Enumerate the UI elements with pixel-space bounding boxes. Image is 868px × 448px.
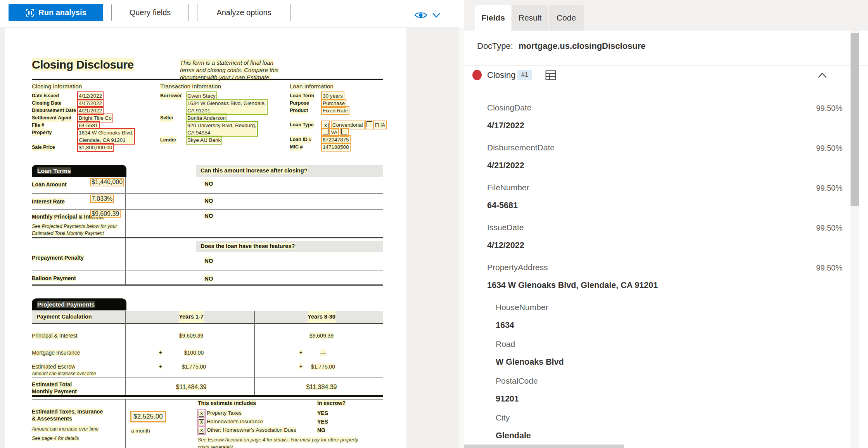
plus-sign: + [159,350,162,355]
ocr-box-loan-amount[interactable]: $1,440,000 [90,178,124,186]
interest-rate-answer: NO [204,197,213,204]
include-item: XHomeowner's Insurance [198,419,263,425]
doctype-value: mortgage.us.closingDisclosure [519,41,646,51]
ocr-box-property[interactable]: 1634 W Glenoaks Blvd,Glendale, CA 91201 [77,128,135,145]
estimated-taxes-amount: $2,525.00 [131,412,166,422]
balloon-payment-answer: NO [204,275,213,282]
doctype-row: DocType:mortgage.us.closingDisclosure [477,41,646,51]
col-divider-2 [254,311,255,396]
document-scrollbar[interactable] [459,28,464,448]
mortgage-insurance-y1: $100.00 [184,350,204,356]
escrow-answer: YES [317,419,328,425]
loan-info-column: Loan Term30 years PurposePurchase Produc… [290,92,406,151]
plus-sign: + [299,364,303,369]
ocr-box-lender[interactable]: Skye AU Bank [186,136,222,145]
monthly-pi-note2: Estimated Total Monthly Payment [32,231,104,236]
field-row-Road[interactable]: RoadW Glenoaks Blvd [496,339,842,367]
row-line [32,193,383,194]
ocr-box-fha-check[interactable] [365,121,374,129]
field-confidence: 99.50% [816,104,842,113]
escrow-answer: NO [317,427,325,433]
doc-intro: This form is a statement of final loan t… [180,59,288,81]
panel-scrollbar-thumb[interactable] [851,33,859,206]
estimated-total-y2: $11,384.39 [306,384,337,391]
occurrence-badge: #1 [517,70,532,80]
ocr-box-product[interactable]: Fixed Rate [321,106,349,115]
field-name: Road [496,339,842,349]
fields-list: ClosingDate99.50%4/17/2022DisbursementDa… [464,93,868,448]
plus-sign: + [159,364,162,369]
projected-header-band: Payment Calculation Years 1-7 Years 8-30 [32,311,383,323]
ocr-box-taxes-amount[interactable]: $2,525.00 [130,411,166,422]
row-line [32,271,383,271]
field-row-City[interactable]: CityGlendale [496,413,842,441]
visibility-eye-icon[interactable] [414,10,427,20]
field-value: 4/12/2022 [487,241,842,250]
table-icon[interactable] [545,70,556,80]
ocr-box-borrower-address[interactable]: 1634 W Glenoaks Blvd, Glendale,CA 91201 [186,99,268,115]
section-line [32,237,383,238]
panel-horizontal-scrollbar[interactable] [464,445,624,448]
chevron-down-icon[interactable] [432,12,441,18]
ocr-box-monthly-pi[interactable]: $9,609.39 [90,210,121,218]
transaction-info-column: BorrowerGwen Stacy1634 W Glenoaks Blvd, … [160,92,288,144]
loan-terms-question2: Does the loan have these features? [196,241,383,252]
ocr-box-sale-price[interactable]: $1,800,000.00 [77,143,114,152]
run-analysis-button[interactable]: Run analysis [9,4,103,21]
field-value: 4/21/2022 [487,161,842,171]
toolbar: Run analysis Query fields Analyze option… [0,0,459,28]
loan-terms-question1: Can this amount increase after closing? [196,165,383,177]
checkbox-empty-icon [341,129,347,134]
query-fields-button[interactable]: Query fields [111,4,189,21]
tab-fields[interactable]: Fields [475,5,511,31]
panel-scrollbar[interactable] [851,31,859,448]
field-row-PropertyAddress[interactable]: PropertyAddress99.50%1634 W Glenoaks Blv… [487,263,842,290]
loan-terms-tab: Loan Terms [32,165,126,177]
ocr-box-checkbox[interactable]: X [197,417,206,426]
checkbox-checked-icon: X [199,411,204,417]
field-row-DisbursementDate[interactable]: DisbursementDate99.50%4/21/2022 [487,143,842,171]
checkbox-checked-icon: X [199,428,204,434]
ocr-box-checkbox[interactable]: X [197,409,206,418]
analyze-options-button[interactable]: Analyze options [197,4,291,21]
field-row-ClosingDate[interactable]: ClosingDate99.50%4/17/2022 [487,103,842,131]
estimated-escrow-note: Amount can increase over time [32,371,96,376]
tab-code[interactable]: Code [549,5,584,31]
field-name: PropertyAddress [487,263,842,272]
closing-section-header[interactable]: Closing #1 [464,70,868,83]
field-row-PostalCode[interactable]: PostalCode91201 [496,376,842,404]
field-name: ClosingDate [487,103,842,112]
chevron-up-icon[interactable] [818,72,827,78]
ocr-box-mic[interactable]: 147188500 [321,143,351,152]
ocr-box-seller-address[interactable]: 920 University Blvd, Rexburg,CA 94954 [186,121,258,137]
query-fields-label: Query fields [130,8,171,17]
ocr-box-interest-rate[interactable]: 7.033% [90,195,114,203]
estimated-taxes-note1: Amount can increase over time [32,426,99,432]
row-line [32,209,383,210]
ocr-box-checkbox[interactable]: X [197,426,206,435]
prepayment-penalty-answer: NO [204,257,213,264]
principal-interest-y2: $9,609.39 [310,333,334,339]
scan-icon [25,8,35,17]
a-month-label: a month [131,428,150,434]
loan-amount-value: $1,440,000 [91,179,124,186]
field-row-HouseNumber[interactable]: HouseNumber1634 [496,303,842,330]
field-row-FileNumber[interactable]: FileNumber99.50%64-5681 [487,183,842,210]
loan-amount-label: Loan Amount [32,181,67,188]
principal-interest-y1: $9,609.39 [179,333,203,339]
ocr-box-fha[interactable]: FHA [373,121,387,129]
include-item: XProperty Taxes [198,410,242,417]
estimated-taxes-label2: & Assessments [32,415,72,422]
tab-result[interactable]: Result [512,5,548,31]
loan-info-heading: Loan Information [290,83,334,90]
plus-sign: + [299,350,303,355]
section-line [32,399,383,400]
doc-field-row: ProductFixed Rate [290,107,406,114]
years-1-7-header: Years 1-7 [179,311,204,323]
estimated-total-label2: Monthly Payment [32,388,77,395]
run-analysis-label: Run analysis [38,8,86,17]
document-viewer[interactable]: Closing Disclosure This form is a statem… [0,28,464,448]
estimated-escrow-y2: $1,775.00 [311,364,335,370]
field-row-IssueDate[interactable]: IssueDate99.50%4/12/2022 [487,223,842,250]
field-name: FileNumber [487,183,842,192]
